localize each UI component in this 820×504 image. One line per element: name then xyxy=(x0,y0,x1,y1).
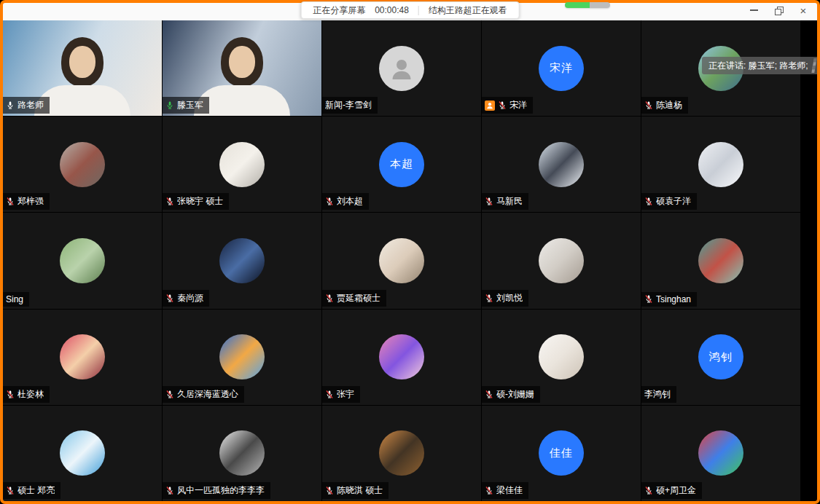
participant-name: 郑梓强 xyxy=(17,195,44,208)
participant-tile[interactable]: Tsinghan xyxy=(641,213,800,308)
mic-icon xyxy=(6,197,15,206)
participant-name: 陈迪杨 xyxy=(656,99,682,111)
share-status-label: 正在分享屏幕 xyxy=(313,4,365,17)
meeting-window: 正在分享屏幕 00:00:48 结构王路超正在观看 × xyxy=(0,0,820,504)
participant-tile[interactable]: Sing xyxy=(3,213,162,308)
participant-tile[interactable]: 秦尚源 xyxy=(163,213,321,308)
participant-label: 新闻-李雪剑 xyxy=(322,97,378,114)
participant-tile[interactable]: 马新民 xyxy=(482,117,641,212)
initials-avatar: 本超 xyxy=(379,142,424,187)
mic-icon xyxy=(165,486,174,495)
participant-tile[interactable]: 佳佳 梁佳佳 xyxy=(482,406,641,501)
participant-name: Tsinghan xyxy=(656,294,691,304)
share-timer: 00:00:48 xyxy=(375,5,409,15)
participant-label: 硕-刘姗姗 xyxy=(482,386,540,403)
mic-icon xyxy=(165,197,174,206)
participant-tile[interactable]: 张宇 xyxy=(322,310,481,405)
mic-icon xyxy=(644,486,653,495)
restore-button[interactable] xyxy=(770,4,786,17)
participant-name: 张晓宇 硕士 xyxy=(177,195,223,208)
participant-label: 马新民 xyxy=(482,193,528,210)
participant-tile[interactable]: 本超 刘本超 xyxy=(322,117,481,212)
mic-icon xyxy=(325,390,334,399)
placeholder-avatar xyxy=(379,46,424,91)
participant-tile[interactable]: 陈晓淇 硕士 xyxy=(322,406,481,501)
participant-tile[interactable]: 宋洋 宋洋 xyxy=(482,20,641,116)
participant-name: 贾延霜硕士 xyxy=(337,292,380,304)
mic-icon xyxy=(485,390,493,399)
avatar xyxy=(219,142,265,187)
participant-label: 李鸿钊 xyxy=(641,386,676,403)
minimize-button[interactable] xyxy=(746,4,762,17)
initials-avatar: 鸿钊 xyxy=(698,334,743,379)
participant-tile[interactable]: 硕-刘姗姗 xyxy=(482,310,641,405)
participant-name: 硕+周卫金 xyxy=(656,484,696,497)
participant-label: 杜姿林 xyxy=(3,386,50,403)
mic-icon xyxy=(325,294,334,303)
participant-label: 风中一匹孤独的李李李 xyxy=(163,482,270,499)
mic-icon xyxy=(498,101,507,110)
participant-tile[interactable]: 硕士 郑亮 xyxy=(3,406,162,501)
mic-icon xyxy=(325,486,334,495)
mic-icon xyxy=(485,294,493,303)
screen-share-status-pill: 正在分享屏幕 00:00:48 结构王路超正在观看 xyxy=(300,1,520,19)
avatar xyxy=(539,142,584,187)
participant-name: 硕士 郑亮 xyxy=(17,484,55,497)
avatar xyxy=(698,238,743,283)
participant-name: 久居深海蓝透心 xyxy=(177,388,238,401)
participant-tile[interactable]: 硕袁子洋 xyxy=(641,117,800,212)
participant-label: 张晓宇 硕士 xyxy=(163,193,229,210)
participant-name: 梁佳佳 xyxy=(496,484,523,497)
participant-tile[interactable]: 风中一匹孤独的李李李 xyxy=(163,406,321,501)
silhouette-face xyxy=(229,46,255,78)
avatar xyxy=(698,430,743,476)
participant-label: 路老师 xyxy=(3,97,50,114)
viewer-status-label: 结构王路超正在观看 xyxy=(429,4,507,17)
participant-tile[interactable]: 郑梓强 xyxy=(3,117,162,212)
participant-name: 李鸿钊 xyxy=(644,388,671,401)
mic-icon xyxy=(6,486,15,495)
participant-name: 刘本超 xyxy=(337,195,363,208)
participant-tile[interactable]: 杜姿林 xyxy=(3,310,162,405)
avatar xyxy=(539,334,584,379)
avatar xyxy=(698,142,743,187)
participant-label: 梁佳佳 xyxy=(482,482,528,499)
avatar xyxy=(219,334,265,379)
participant-label: Sing xyxy=(3,292,29,307)
mic-icon xyxy=(165,294,174,303)
close-button[interactable]: × xyxy=(795,4,811,17)
mic-icon xyxy=(644,197,653,206)
mic-icon xyxy=(325,197,334,206)
avatar xyxy=(219,238,265,283)
participant-tile[interactable]: 新闻-李雪剑 xyxy=(322,20,481,116)
mic-icon xyxy=(644,101,653,110)
participant-tile[interactable]: 鸿钊 李鸿钊 xyxy=(641,310,800,405)
mic-icon xyxy=(485,486,493,495)
participant-tile[interactable]: 久居深海蓝透心 xyxy=(163,310,321,405)
silhouette-face xyxy=(69,46,95,78)
participant-name: 宋洋 xyxy=(509,99,527,111)
participant-tile[interactable]: 滕玉军 xyxy=(163,20,321,116)
participant-name: Sing xyxy=(6,294,23,304)
blurred-names-mosaic xyxy=(811,58,817,73)
avatar xyxy=(379,238,424,283)
pill-divider xyxy=(418,6,419,15)
restore-icon xyxy=(775,7,783,15)
avatar xyxy=(219,430,265,476)
participant-tile[interactable]: 刘凯悦 xyxy=(482,213,641,308)
participant-tile[interactable]: 贾延霜硕士 xyxy=(322,213,481,308)
avatar xyxy=(379,430,424,476)
participant-label: 硕士 郑亮 xyxy=(3,482,60,499)
speaking-toast: 正在讲话: 滕玉军; 路老师; xyxy=(702,57,817,74)
person-silhouette-icon xyxy=(387,54,416,83)
participant-label: 硕袁子洋 xyxy=(641,193,697,210)
participant-label: 久居深海蓝透心 xyxy=(163,386,244,403)
speaking-toast-text: 正在讲话: 滕玉军; 路老师; xyxy=(708,60,808,72)
participant-label: 陈晓淇 硕士 xyxy=(322,482,388,499)
participant-label: 刘本超 xyxy=(322,193,369,210)
participant-tile[interactable]: 张晓宇 硕士 xyxy=(163,117,321,212)
avatar xyxy=(60,142,105,187)
participant-tile[interactable]: 硕+周卫金 xyxy=(641,406,800,501)
participant-tile[interactable]: 路老师 xyxy=(3,20,162,116)
avatar xyxy=(539,238,584,283)
